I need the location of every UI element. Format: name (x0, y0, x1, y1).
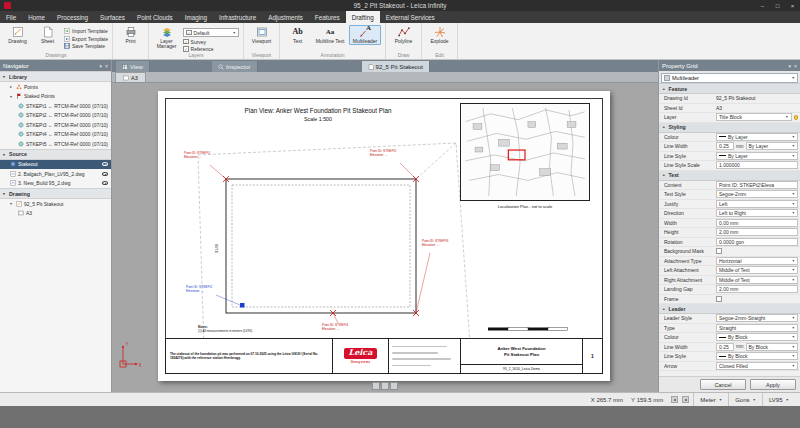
landing-gap-input[interactable]: 2.00 mm (716, 285, 798, 293)
snap-toggle-icon[interactable] (682, 396, 689, 403)
section-source[interactable]: ▾ Source (0, 149, 111, 160)
collapse-icon[interactable]: ▾ (10, 94, 14, 99)
menu-tab-imaging[interactable]: Imaging (179, 11, 213, 23)
grid-toggle-icon[interactable] (671, 396, 678, 403)
line-width-select[interactable]: By Layer ▼ (746, 142, 799, 150)
import-template-button[interactable]: Import Template (64, 28, 108, 34)
menu-tab-processing[interactable]: Processing (51, 11, 94, 23)
tree-item-stkept2[interactable]: STKEPt2 ← RTCM-Ref 0000 (07/10) (0, 111, 111, 121)
collapse-icon[interactable]: ▾ (3, 191, 7, 196)
layer-select[interactable]: ✓ Default ▼ (183, 28, 239, 37)
tab-view[interactable]: View (116, 61, 150, 72)
tree-item-stkept3[interactable]: STKEPt3 ← RTCM-Ref 0000 (07/10) (0, 120, 111, 130)
panel-close-icon[interactable]: × (794, 63, 797, 69)
eye-icon[interactable] (102, 172, 108, 176)
panel-menu-icon[interactable]: ▾ (789, 63, 792, 69)
angle-unit-select[interactable]: Gons ▼ (728, 393, 762, 406)
layer-checkbox[interactable]: ✓ (186, 30, 192, 36)
leader-type-select[interactable]: Straight ▼ (716, 324, 798, 332)
menu-tab-external-services[interactable]: External Services (380, 11, 441, 23)
tree-item-stkept1[interactable]: STKEPt1 ← RTCM-Ref 0000 (07/10) (0, 101, 111, 111)
drawing-canvas[interactable]: 2149 Plan View: Anker West Foundation Pi… (112, 83, 658, 392)
section-text[interactable]: ▲ Text (659, 171, 800, 181)
height-input[interactable]: 2.00 mm (716, 228, 798, 236)
menu-tab-home[interactable]: Home (22, 11, 51, 23)
explode-button[interactable]: Explode (426, 25, 453, 45)
section-library[interactable]: ▾ Library (0, 71, 111, 82)
direction-select[interactable]: Left to Right ▼ (716, 209, 798, 217)
leader-line-width-input[interactable]: 0.25 (716, 343, 734, 351)
section-leader[interactable]: ▲ Leader (659, 304, 800, 314)
width-input[interactable]: 0.00 mm (716, 219, 798, 227)
lightbulb-icon[interactable] (794, 115, 799, 120)
tree-item-points[interactable]: ▸ Points (0, 82, 111, 92)
crs-select[interactable]: LV95 ▼ (762, 393, 795, 406)
pan-tool-icon[interactable] (381, 382, 389, 390)
section-styling[interactable]: ▲ Styling (659, 123, 800, 133)
attachment-type-select[interactable]: Horizontal ▼ (716, 257, 798, 265)
collapse-icon[interactable]: ▾ (3, 152, 7, 157)
point-label-selected[interactable]: Point ID: STKEPt2Elevation: ... (186, 285, 212, 293)
source-item-dwg-3[interactable]: 3. New_Build 95_2.dwg (0, 179, 111, 189)
cancel-button[interactable]: Cancel (700, 379, 746, 390)
multiline-text-button[interactable]: Aa Multiline Text (314, 25, 346, 45)
menu-tab-drafting[interactable]: Drafting (346, 11, 380, 23)
leader-line-style-select[interactable]: By Block ▼ (716, 352, 798, 360)
left-attachment-select[interactable]: Middle of Text ▼ (716, 266, 798, 274)
eye-icon[interactable] (102, 162, 108, 166)
save-template-button[interactable]: Save Template (64, 43, 108, 49)
unit-select[interactable]: Meter ▼ (693, 393, 728, 406)
print-button[interactable]: Print (117, 25, 144, 45)
text-style-select[interactable]: Segoe-2mm ▼ (716, 190, 798, 198)
line-width-input[interactable]: 0.25 (716, 142, 734, 150)
layer-manager-button[interactable]: Layer Manager (153, 25, 180, 51)
tree-item-staked-points[interactable]: ▾ Staked Points (0, 92, 111, 102)
apply-button[interactable]: Apply (750, 379, 796, 390)
background-mask-checkbox[interactable] (716, 248, 722, 254)
panel-menu-icon[interactable]: ▾ (100, 63, 103, 69)
line-style-select[interactable]: By Layer ▼ (716, 152, 798, 160)
panel-close-icon[interactable]: × (105, 63, 108, 69)
fit-tool-icon[interactable] (390, 382, 398, 390)
rotation-input[interactable]: 0.0000 gon (716, 238, 798, 246)
leader-line-width-select[interactable]: By Block ▼ (746, 343, 799, 351)
eye-icon[interactable] (102, 181, 108, 185)
source-item-stakeout[interactable]: Stakeout (0, 160, 111, 170)
arrow-select[interactable]: Closed Filled ▼ (716, 362, 798, 370)
reference-checkbox[interactable]: ✓ (183, 46, 189, 52)
survey-toggle[interactable]: ✓ Survey (183, 39, 239, 45)
drawing-item-92-5[interactable]: ▾ 92_5 Pit Stakeout (0, 199, 111, 209)
menu-tab-file[interactable]: File (0, 11, 22, 23)
export-template-button[interactable]: Export Template (64, 36, 108, 42)
polyline-button[interactable]: Polyline (390, 25, 417, 45)
close-button[interactable]: × (785, 0, 800, 11)
menu-tab-infrastructure[interactable]: Infrastructure (213, 11, 262, 23)
right-attachment-select[interactable]: Middle of Text ▼ (716, 276, 798, 284)
justify-select[interactable]: Left ▼ (716, 200, 798, 208)
tab-document[interactable]: 92_5 Pit Stakeout (362, 61, 430, 72)
drawing-button[interactable]: Drawing (4, 25, 31, 45)
minimize-button[interactable]: – (755, 0, 770, 11)
leader-style-select[interactable]: Segoe-2mm-Straight ▼ (716, 314, 798, 322)
colour-select[interactable]: By Layer ▼ (716, 133, 798, 141)
sheet-button[interactable]: Sheet (34, 25, 61, 45)
frame-checkbox[interactable] (716, 296, 722, 302)
viewport-button[interactable]: Viewport (248, 25, 275, 45)
menu-tab-adjustments[interactable]: Adjustments (262, 11, 309, 23)
drawing-item-a3[interactable]: A3 (0, 209, 111, 219)
section-drawing[interactable]: ▾ Drawing (0, 188, 111, 199)
source-item-dwg-2[interactable]: 2. Balgach_Plan_LV95_2.dwg (0, 169, 111, 179)
line-style-scale-input[interactable]: 1.000000 (716, 161, 798, 169)
collapse-icon[interactable]: ▾ (10, 201, 14, 206)
section-feature[interactable]: ▲ Feature (659, 84, 800, 94)
text-button[interactable]: Ab Text (284, 25, 311, 45)
menu-tab-features[interactable]: Features (309, 11, 346, 23)
zoom-tool-icon[interactable] (372, 382, 380, 390)
tree-item-stkept5[interactable]: STKEPt5 ← RTCM-Ref 0000 (07/10) (0, 139, 111, 149)
maximize-button[interactable]: □ (770, 0, 785, 11)
leader-colour-select[interactable]: By Block ▼ (716, 333, 798, 341)
layer-select[interactable]: Title Block ▼ (716, 113, 792, 121)
tab-inspector[interactable]: Inspector (212, 61, 258, 72)
tree-item-stkept4[interactable]: STKEPt4 ← RTCM-Ref 0000 (07/10) (0, 130, 111, 140)
expand-icon[interactable]: ▸ (10, 84, 14, 89)
